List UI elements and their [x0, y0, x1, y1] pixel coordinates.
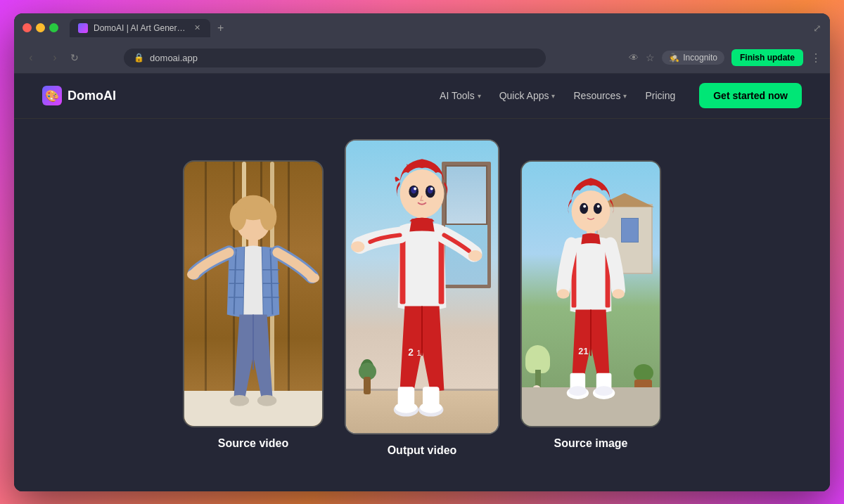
ai-tools-label: AI Tools — [440, 90, 475, 101]
svg-point-36 — [395, 401, 417, 413]
main-area: Source video — [14, 119, 830, 491]
maximize-button[interactable] — [49, 23, 58, 32]
svg-point-3 — [260, 202, 277, 230]
logo-text: DomoAI — [68, 89, 116, 103]
incognito-label: Incognito — [683, 53, 717, 63]
quick-apps-chevron-icon: ▾ — [551, 92, 555, 100]
logo[interactable]: 🎨 DomoAI — [42, 86, 116, 105]
page-content: 🎨 DomoAI AI Tools ▾ Quick Apps ▾ Resourc… — [14, 74, 830, 491]
new-tab-button[interactable]: + — [213, 22, 228, 34]
source-image-label: Source image — [554, 437, 628, 450]
tab-close-icon[interactable]: ✕ — [193, 23, 202, 32]
window-expand-icon[interactable]: ⤢ — [813, 22, 821, 34]
url-bar[interactable]: 🔒 domoai.app — [124, 49, 546, 67]
source-person-svg — [184, 162, 322, 426]
svg-point-28 — [468, 250, 482, 261]
svg-point-15 — [230, 395, 249, 406]
traffic-lights — [23, 23, 58, 32]
nav-item-resources[interactable]: Resources ▾ — [566, 86, 634, 105]
eye-off-icon[interactable]: 👁 — [629, 52, 639, 63]
svg-point-38 — [572, 190, 610, 232]
active-tab[interactable]: DomoAI | AI Art Generator & ✕ — [70, 19, 210, 37]
svg-point-41 — [583, 205, 586, 207]
svg-point-37 — [420, 401, 442, 413]
back-button[interactable]: ‹ — [23, 51, 39, 64]
source-video-card: Source video — [183, 160, 324, 450]
incognito-icon: 🕵 — [669, 53, 679, 63]
browser-window: DomoAI | AI Art Generator & ✕ + ⤢ ‹ › ↻ … — [14, 13, 830, 491]
tab-favicon — [78, 23, 88, 33]
nav-item-quick-apps[interactable]: Quick Apps ▾ — [492, 86, 563, 105]
svg-point-39 — [580, 202, 588, 214]
svg-point-12 — [187, 269, 200, 279]
output-video-label: Output video — [388, 444, 457, 457]
nav-item-pricing[interactable]: Pricing — [638, 86, 682, 105]
address-bar: ‹ › ↻ 🔒 domoai.app 👁 ☆ 🕵 Incognito Finis… — [14, 43, 830, 74]
lock-icon: 🔒 — [134, 53, 144, 63]
svg-point-55 — [595, 386, 613, 396]
incognito-badge: 🕵 Incognito — [662, 51, 724, 65]
bookmark-icon[interactable]: ☆ — [646, 52, 655, 63]
get-started-button[interactable]: Get started now — [699, 83, 802, 108]
svg-text:1: 1 — [416, 348, 421, 357]
ai-tools-chevron-icon: ▾ — [478, 92, 481, 100]
finish-update-button[interactable]: Finish update — [731, 49, 803, 66]
svg-point-22 — [414, 187, 416, 190]
svg-point-13 — [307, 273, 319, 283]
source-video-label: Source video — [218, 437, 288, 450]
svg-point-46 — [557, 289, 570, 299]
svg-point-47 — [612, 289, 625, 299]
refresh-button[interactable]: ↻ — [70, 52, 79, 63]
quick-apps-label: Quick Apps — [499, 90, 549, 101]
output-video-frame: 2 1 — [345, 139, 499, 434]
svg-text:2: 2 — [408, 347, 414, 358]
output-video-card: 2 1 Output video — [345, 153, 499, 457]
site-nav: 🎨 DomoAI AI Tools ▾ Quick Apps ▾ Resourc… — [14, 74, 830, 119]
svg-point-54 — [569, 386, 587, 396]
source-image-person-svg: 21 — [522, 162, 660, 426]
more-options-icon[interactable]: ⋮ — [810, 51, 821, 65]
output-person-svg: 2 1 — [346, 141, 498, 433]
url-text: domoai.app — [150, 53, 198, 63]
svg-text:21: 21 — [578, 346, 588, 356]
title-bar: DomoAI | AI Art Generator & ✕ + ⤢ — [14, 13, 830, 43]
address-actions: 👁 ☆ 🕵 Incognito Finish update ⋮ — [629, 49, 821, 66]
source-image-card: 21 Source image — [520, 160, 661, 450]
close-button[interactable] — [23, 23, 32, 32]
resources-label: Resources — [573, 90, 620, 101]
svg-point-23 — [430, 187, 433, 190]
svg-point-2 — [230, 202, 247, 230]
tab-bar: DomoAI | AI Art Generator & ✕ + — [70, 19, 807, 37]
tab-title: DomoAI | AI Art Generator & — [94, 23, 187, 33]
window-controls: ⤢ — [813, 22, 821, 34]
svg-point-17 — [400, 169, 445, 218]
svg-rect-25 — [400, 235, 406, 304]
svg-point-42 — [597, 205, 600, 207]
pricing-label: Pricing — [645, 90, 675, 101]
nav-item-ai-tools[interactable]: AI Tools ▾ — [433, 86, 488, 105]
nav-links: AI Tools ▾ Quick Apps ▾ Resources ▾ Pric… — [433, 86, 682, 105]
logo-icon: 🎨 — [42, 86, 62, 105]
svg-point-40 — [594, 202, 602, 214]
minimize-button[interactable] — [36, 23, 45, 32]
svg-rect-26 — [439, 235, 445, 304]
svg-point-16 — [257, 395, 276, 406]
resources-chevron-icon: ▾ — [623, 92, 627, 100]
forward-button[interactable]: › — [46, 51, 63, 64]
source-image-frame: 21 — [520, 160, 661, 427]
svg-point-27 — [351, 241, 365, 252]
source-video-frame — [183, 160, 324, 427]
